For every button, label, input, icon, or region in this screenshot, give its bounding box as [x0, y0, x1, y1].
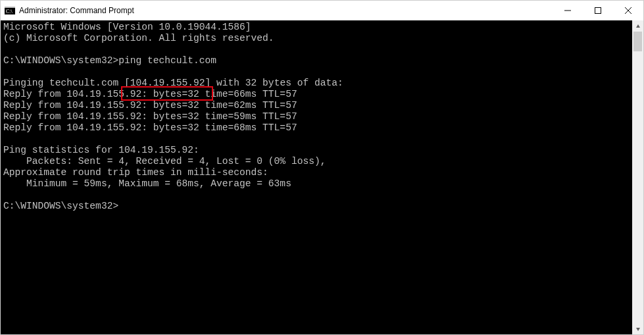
output-line: Ping statistics for 104.19.155.92:	[3, 145, 199, 155]
svg-text:C:\: C:\	[6, 9, 13, 14]
maximize-button[interactable]	[583, 1, 613, 20]
output-line: Pinging techcult.com	[3, 78, 124, 88]
prompt: C:\WINDOWS\system32>	[3, 55, 118, 66]
output-line: Reply from 104.19.155.92: bytes=32 time=…	[3, 100, 297, 111]
svg-marker-8	[636, 328, 640, 331]
command-input: ping techcult.com	[118, 55, 216, 66]
output-line: Reply from 104.19.155.92: bytes=32 time=…	[3, 89, 297, 99]
ip-highlighted: [104.19.155.92]	[124, 78, 211, 88]
scroll-track[interactable]	[632, 32, 643, 323]
scrollbar[interactable]	[632, 20, 643, 334]
svg-rect-1	[5, 7, 15, 8]
svg-rect-4	[595, 8, 601, 14]
output-line: Approximate round trip times in milli-se…	[3, 167, 268, 178]
output-line: Packets: Sent = 4, Received = 4, Lost = …	[3, 156, 326, 167]
output-line: (c) Microsoft Corporation. All rights re…	[3, 33, 274, 43]
titlebar[interactable]: C:\ Administrator: Command Prompt	[1, 1, 643, 20]
minimize-button[interactable]	[553, 1, 583, 20]
scroll-down-icon[interactable]	[632, 323, 643, 334]
output-line: Reply from 104.19.155.92: bytes=32 time=…	[3, 111, 297, 122]
output-line: with 32 bytes of data:	[211, 78, 343, 88]
scroll-up-icon[interactable]	[632, 20, 643, 32]
output-line: Reply from 104.19.155.92: bytes=32 time=…	[3, 122, 297, 133]
window-controls	[553, 1, 643, 20]
prompt: C:\WINDOWS\system32>	[3, 201, 118, 211]
close-button[interactable]	[613, 1, 643, 20]
terminal[interactable]: Microsoft Windows [Version 10.0.19044.15…	[1, 20, 632, 334]
output-line: Microsoft Windows [Version 10.0.19044.15…	[3, 22, 251, 32]
cmd-icon: C:\	[5, 5, 15, 16]
output-line: Minimum = 59ms, Maximum = 68ms, Average …	[3, 178, 291, 189]
terminal-container: Microsoft Windows [Version 10.0.19044.15…	[1, 20, 643, 334]
scroll-thumb[interactable]	[633, 32, 642, 51]
window-title: Administrator: Command Prompt	[19, 6, 553, 15]
svg-marker-7	[636, 24, 640, 28]
